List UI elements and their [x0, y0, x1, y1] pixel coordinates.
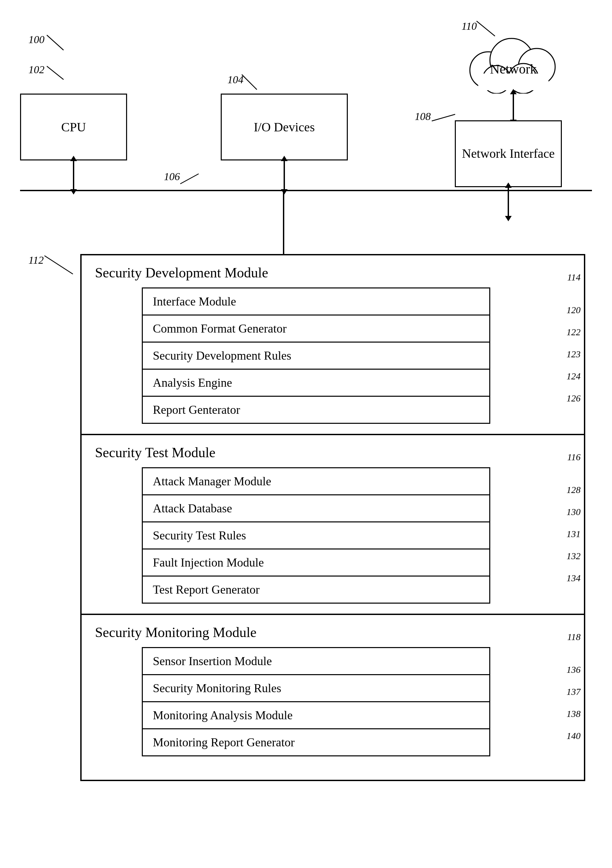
development-sub-boxes: Interface Module Common Format Generator… — [142, 287, 490, 424]
cpu-box: CPU — [20, 94, 127, 160]
main-container: Security Development Module Interface Mo… — [80, 254, 585, 781]
network-cloud: Network — [458, 27, 569, 94]
sub-box-134: Test Report Generator — [143, 577, 489, 603]
cpu-bus-arrow — [73, 160, 74, 190]
ref-137-label: 137 — [567, 687, 581, 697]
monitoring-header: Security Monitoring Module — [82, 615, 517, 647]
network-interface-box: Network Interface — [455, 120, 562, 187]
sub-box-123: Security Development Rules — [143, 343, 489, 370]
monitoring-section: Security Monitoring Module Sensor Insert… — [82, 615, 584, 780]
ref-124-label: 124 — [567, 371, 581, 382]
bus-to-main-arrow — [283, 191, 284, 255]
sub-box-136: Sensor Insertion Module — [143, 648, 489, 675]
ref-116-label: 116 — [567, 452, 581, 463]
ref-132-label: 132 — [567, 551, 581, 561]
svg-text:Network: Network — [490, 62, 537, 76]
bus-line — [20, 190, 592, 191]
io-label: I/O Devices — [254, 120, 315, 134]
ref-136-label: 136 — [567, 665, 581, 675]
sub-box-124: Analysis Engine — [143, 370, 489, 397]
ref-108-arrow — [430, 111, 457, 124]
ref-112: 112 — [28, 254, 44, 267]
svg-line-12 — [432, 114, 455, 121]
diagram: 100 102 CPU 104 I/O Devices 106 110 — [0, 0, 612, 868]
ref-128-label: 128 — [567, 485, 581, 495]
ref-134-label: 134 — [567, 573, 581, 584]
svg-line-1 — [47, 66, 64, 79]
sub-box-131: Security Test Rules — [143, 522, 489, 549]
test-header: Security Test Module — [82, 435, 517, 467]
ref-112-arrow — [43, 254, 76, 277]
ref-100-arrow — [43, 32, 70, 52]
ref-138-label: 138 — [567, 708, 581, 719]
test-sub-boxes: Attack Manager Module Attack Database Se… — [142, 467, 490, 604]
ref-106: 106 — [164, 170, 180, 183]
ref-131-label: 131 — [567, 529, 581, 539]
sub-box-132: Fault Injection Module — [143, 549, 489, 577]
cpu-label: CPU — [61, 120, 86, 134]
ref-100: 100 — [28, 33, 45, 46]
sub-box-138: Monitoring Analysis Module — [143, 702, 489, 729]
sub-box-137: Security Monitoring Rules — [143, 675, 489, 702]
ref-114-label: 114 — [567, 272, 581, 283]
ref-104-arrow — [240, 73, 264, 91]
development-header: Security Development Module — [82, 255, 517, 287]
svg-line-0 — [47, 35, 64, 50]
sub-box-126: Report Genterator — [143, 397, 489, 423]
ref-130-label: 130 — [567, 507, 581, 518]
ni-bus-arrow — [508, 187, 509, 217]
ref-108: 108 — [415, 110, 431, 122]
svg-line-2 — [242, 74, 257, 90]
network-interface-label: Network Interface — [462, 146, 555, 162]
ref-102-arrow — [43, 63, 70, 83]
cloud-ni-arrow — [513, 94, 514, 120]
io-box: I/O Devices — [221, 94, 348, 160]
test-section: Security Test Module Attack Manager Modu… — [82, 435, 584, 614]
development-section: Security Development Module Interface Mo… — [82, 255, 584, 434]
sub-box-130: Attack Database — [143, 495, 489, 522]
sub-box-122: Common Format Generator — [143, 316, 489, 343]
ref-140-label: 140 — [567, 731, 581, 741]
sub-box-120: Interface Module — [143, 288, 489, 316]
ref-126-label: 126 — [567, 393, 581, 404]
svg-line-3 — [180, 174, 199, 184]
monitoring-sub-boxes: Sensor Insertion Module Security Monitor… — [142, 647, 490, 756]
ref-118-label: 118 — [567, 632, 581, 642]
ref-122-label: 122 — [567, 327, 581, 338]
ref-106-arrow — [179, 170, 202, 187]
sub-box-128: Attack Manager Module — [143, 468, 489, 495]
sub-box-140: Monitoring Report Generator — [143, 729, 489, 755]
ref-123-label: 123 — [567, 349, 581, 360]
ref-120-label: 120 — [567, 305, 581, 316]
svg-line-13 — [45, 256, 73, 274]
ref-102: 102 — [28, 64, 45, 76]
io-bus-arrow — [284, 160, 285, 190]
